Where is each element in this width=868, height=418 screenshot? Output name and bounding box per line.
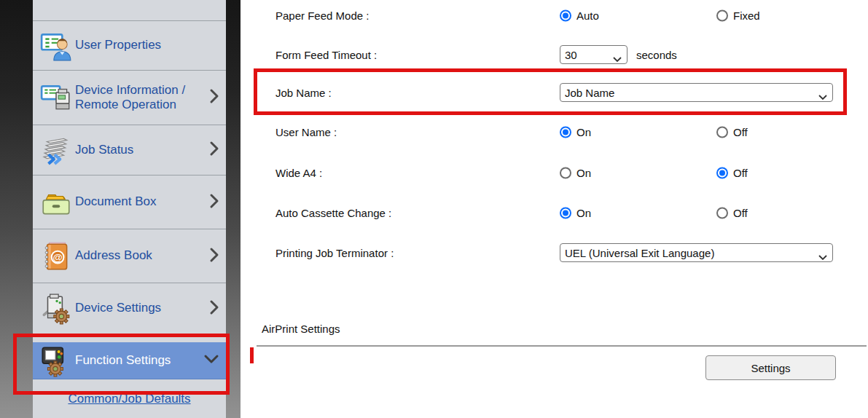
sidebar-item-job-status[interactable]: Job Status [33,125,226,176]
section-divider [257,345,867,347]
radio-option-label: Off [733,126,748,138]
radio-option-label: On [576,126,591,138]
sidebar-item-label: Device Information / Remote Operation [75,83,203,112]
sidebar-item-user-properties[interactable]: User Properties [33,21,226,71]
airprint-settings-button[interactable]: Settings [705,355,836,380]
seconds-suffix-label: seconds [636,49,677,61]
left-gradient-strip [0,0,33,418]
printing-job-terminator-select[interactable]: UEL (Universal Exit Language) [560,243,833,262]
job-status-icon [39,133,73,167]
sidebar-item-label: Function Settings [75,353,171,368]
radio-selected-icon[interactable] [560,9,571,21]
wide-a4-label: Wide A4 : [275,167,322,179]
paper-feed-mode-label: Paper Feed Mode : [275,9,369,22]
radio-option-label: Off [733,207,748,219]
sidebar-item-device-information[interactable]: Device Information / Remote Operation [33,71,226,125]
common-job-defaults-link[interactable]: Common/Job Defaults [33,392,226,406]
chevron-down-icon [203,354,219,367]
sidebar-item-device-settings[interactable]: Device Settings [33,283,226,334]
address-book-icon: @ [39,240,73,273]
wide-a4-on-radio[interactable]: On [560,167,591,179]
select-chevron-icon [613,52,622,64]
function-settings-icon [39,344,73,377]
wide-a4-off-radio[interactable]: Off [716,167,748,179]
select-value: UEL (Universal Exit Language) [565,247,714,259]
sidebar-item-document-box[interactable]: Document Box [33,176,226,229]
radio-selected-icon[interactable] [560,207,571,218]
radio-option-label: Off [733,167,748,179]
auto-cassette-change-on-radio[interactable]: On [560,207,591,219]
radio-unselected-icon[interactable] [716,9,728,21]
user-name-off-radio[interactable]: Off [716,126,748,138]
job-name-row: Job Name : Job Name [241,83,868,102]
user-name-row: User Name : On Off [241,122,868,141]
airprint-settings-heading: AirPrint Settings [262,323,340,335]
chevron-right-icon [209,299,219,318]
chevron-right-icon [209,193,219,212]
paper-feed-mode-fixed-radio[interactable]: Fixed [716,9,760,22]
user-properties-icon [39,29,73,63]
select-value: Job Name [565,87,614,99]
device-settings-icon [39,292,73,326]
paper-feed-mode-auto-radio[interactable]: Auto [560,9,599,22]
sidebar-gap [33,334,226,342]
wide-a4-row: Wide A4 : On Off [241,163,868,182]
auto-cassette-change-off-radio[interactable]: Off [716,207,748,219]
sidebar-item-label: User Properties [75,38,161,52]
sidebar-item-label: Device Settings [75,301,161,315]
printing-job-terminator-row: Printing Job Terminator : UEL (Universal… [241,243,868,262]
sidebar-item-label: Address Book [75,248,152,263]
document-box-icon [39,186,73,219]
sidebar-item-label: Job Status [75,143,133,157]
sidebar-right-gradient-strip [226,0,241,418]
radio-option-label: On [576,167,591,179]
sidebar-top-spacer [33,0,226,21]
radio-unselected-icon[interactable] [716,126,728,138]
user-name-label: User Name : [275,126,337,138]
paper-feed-mode-row: Paper Feed Mode : Auto Fixed [241,6,868,25]
radio-option-label: On [576,207,591,219]
user-name-on-radio[interactable]: On [560,126,591,138]
radio-option-label: Auto [576,9,599,22]
chevron-right-icon [209,88,219,107]
printing-job-terminator-label: Printing Job Terminator : [275,247,394,259]
job-name-select[interactable]: Job Name [560,83,833,102]
chevron-right-icon [209,247,219,266]
sidebar: User Properties Device Information / Rem… [33,0,226,418]
sidebar-item-function-settings[interactable]: Function Settings [33,342,226,379]
sidebar-item-label: Document Box [75,194,157,209]
select-chevron-icon [818,251,827,262]
sidebar-item-address-book[interactable]: @ Address Book [33,229,226,283]
radio-unselected-icon[interactable] [716,207,728,218]
settings-panel: Paper Feed Mode : Auto Fixed Form Feed T… [241,0,868,418]
radio-option-label: Fixed [733,9,760,22]
select-value: 30 [565,49,577,61]
auto-cassette-change-row: Auto Cassette Change : On Off [241,203,868,222]
radio-selected-icon[interactable] [560,126,571,138]
auto-cassette-change-label: Auto Cassette Change : [275,207,391,219]
chevron-right-icon [209,141,219,159]
form-feed-timeout-select[interactable]: 30 [560,45,627,64]
printer-web-config-page: User Properties Device Information / Rem… [0,0,868,418]
select-chevron-icon [818,90,827,102]
svg-text:@: @ [52,252,62,263]
form-feed-timeout-row: Form Feed Timeout : 30 seconds [241,45,868,64]
job-name-label: Job Name : [275,87,332,99]
form-feed-timeout-label: Form Feed Timeout : [275,49,377,61]
radio-selected-icon[interactable] [716,167,728,178]
device-information-icon [39,81,73,114]
radio-unselected-icon[interactable] [560,167,571,178]
